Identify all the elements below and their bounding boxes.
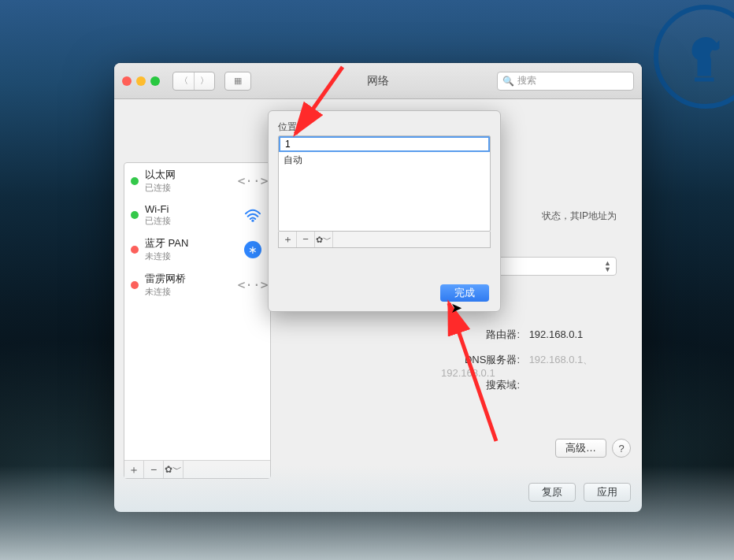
- show-all-button[interactable]: ▦: [224, 72, 251, 91]
- interface-thunderbolt-bridge[interactable]: 雷雳网桥 未连接 <··>: [124, 267, 270, 302]
- apply-button[interactable]: 应用: [584, 483, 631, 502]
- updown-icon: ▲▼: [604, 260, 611, 273]
- svg-point-0: [251, 220, 254, 222]
- location-list-footer: ＋ − ✿﹀: [278, 232, 491, 248]
- watermark-badge: [654, 5, 734, 109]
- help-button[interactable]: ?: [612, 439, 631, 458]
- search-domain-row: 搜索域:: [441, 378, 526, 392]
- location-list: 自动: [278, 135, 491, 232]
- advanced-label: 高级…: [565, 441, 596, 455]
- back-button[interactable]: 〈: [173, 72, 194, 90]
- advanced-button[interactable]: 高级…: [555, 439, 606, 458]
- apply-bar: 复原 应用: [528, 483, 631, 502]
- location-label: 位置: [278, 121, 491, 134]
- forward-button[interactable]: 〉: [194, 72, 214, 90]
- interface-name: 以太网: [145, 168, 235, 182]
- dns-label: DNS服务器:: [441, 353, 520, 367]
- remove-interface-button[interactable]: −: [144, 461, 164, 478]
- knight-icon: [678, 29, 733, 84]
- interface-list-footer: ＋ − ✿﹀: [124, 460, 270, 478]
- search-domain-label: 搜索域:: [441, 378, 520, 392]
- status-dot-icon: [131, 177, 139, 185]
- remove-location-button[interactable]: −: [297, 232, 315, 247]
- interface-name: 雷雳网桥: [145, 272, 235, 286]
- titlebar: 〈 〉 ▦ 网络 🔍 搜索: [114, 63, 642, 99]
- status-dot-icon: [131, 246, 139, 254]
- wifi-icon: [242, 206, 264, 224]
- router-row: 路由器: 192.168.0.1: [441, 328, 583, 342]
- location-actions-menu[interactable]: ✿﹀: [315, 232, 333, 247]
- add-interface-button[interactable]: ＋: [124, 461, 144, 478]
- thunderbolt-icon: <··>: [238, 277, 269, 292]
- interface-actions-menu[interactable]: ✿﹀: [164, 461, 184, 478]
- interface-name: 蓝牙 PAN: [145, 236, 235, 250]
- router-label: 路由器:: [441, 328, 520, 342]
- zoom-button[interactable]: [150, 76, 160, 86]
- interface-name: Wi-Fi: [145, 203, 235, 215]
- nav-back-forward: 〈 〉: [172, 72, 215, 91]
- revert-button[interactable]: 复原: [528, 483, 576, 502]
- interface-bluetooth-pan[interactable]: 蓝牙 PAN 未连接 ∗: [124, 232, 270, 267]
- interface-status: 已连接: [145, 182, 235, 194]
- router-value: 192.168.0.1: [529, 328, 584, 340]
- dns-row: DNS服务器: 192.168.0.1、192.168.0.1: [441, 353, 632, 379]
- interface-list: 以太网 已连接 <··> Wi-Fi 已连接 蓝牙 PAN: [124, 162, 271, 479]
- interface-ethernet[interactable]: 以太网 已连接 <··>: [124, 163, 270, 198]
- close-button[interactable]: [122, 76, 132, 86]
- search-placeholder: 搜索: [517, 74, 536, 87]
- add-location-button[interactable]: ＋: [279, 232, 297, 247]
- location-name-input[interactable]: [284, 138, 488, 150]
- interface-status: 已连接: [145, 215, 235, 227]
- bluetooth-icon: ∗: [244, 241, 261, 258]
- interface-wifi[interactable]: Wi-Fi 已连接: [124, 198, 270, 232]
- status-hint: 状态，其IP地址为: [542, 210, 617, 223]
- status-dot-icon: [131, 211, 139, 219]
- interface-status: 未连接: [145, 286, 235, 298]
- location-sheet: 位置 自动 ＋ − ✿﹀ 完成: [268, 110, 501, 312]
- window-title: 网络: [367, 74, 389, 88]
- location-row[interactable]: 自动: [279, 152, 490, 169]
- location-row-editing[interactable]: [279, 136, 490, 152]
- done-button[interactable]: 完成: [440, 284, 489, 302]
- search-field[interactable]: 🔍 搜索: [497, 72, 634, 91]
- status-dot-icon: [131, 281, 139, 289]
- interface-status: 未连接: [145, 250, 235, 262]
- ethernet-icon: <··>: [238, 173, 269, 188]
- minimize-button[interactable]: [136, 76, 146, 86]
- search-icon: 🔍: [502, 76, 514, 87]
